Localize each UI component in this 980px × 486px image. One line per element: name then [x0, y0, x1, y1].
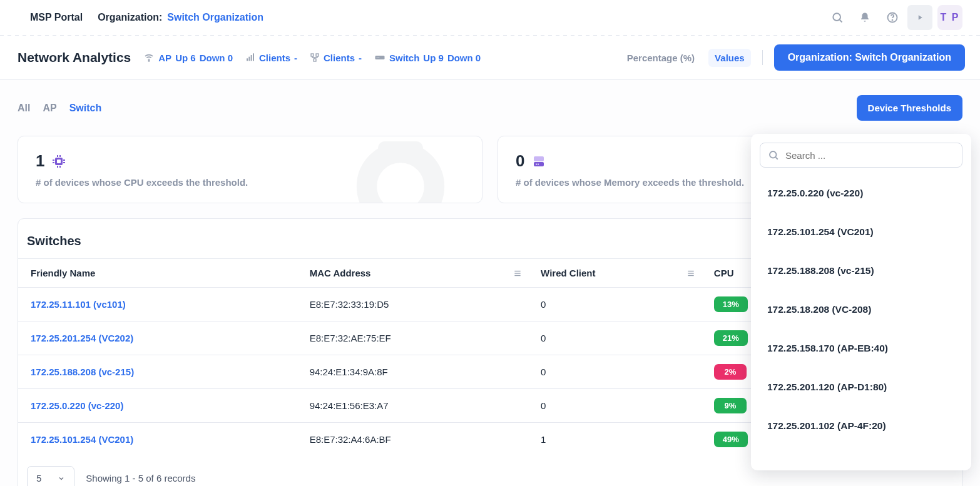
device-list[interactable]: 172.25.0.220 (vc-220)172.25.101.254 (VC2…	[751, 171, 971, 470]
tab-ap[interactable]: AP	[43, 103, 56, 114]
column-menu-icon[interactable]	[513, 269, 522, 278]
mac-cell: 94:24:E1:34:9A:8F	[297, 355, 528, 389]
vertical-separator	[762, 50, 763, 65]
device-list-item[interactable]: 172.25.0.220 (vc-220)	[751, 174, 971, 213]
cpu-badge: 21%	[714, 330, 748, 346]
friendly-name-link[interactable]: 172.25.101.254 (VC201)	[18, 423, 297, 457]
secondary-bar: Network Analytics AP Up 6 Down 0 Clients…	[0, 36, 980, 80]
cpu-chip-icon	[51, 153, 67, 170]
stat-clients1-val: -	[294, 53, 297, 63]
org-switch-button[interactable]: Organization: Switch Organization	[774, 44, 965, 71]
cpu-badge: 13%	[714, 296, 748, 312]
wifi-icon	[143, 52, 155, 63]
top-bar: MSP Portal Organization: Switch Organiza…	[0, 0, 980, 35]
wired-cell: 0	[528, 288, 702, 321]
svg-point-15	[379, 57, 380, 58]
col-cpu-label: CPU	[714, 268, 734, 278]
device-search-input[interactable]	[785, 150, 954, 161]
column-menu-icon[interactable]	[687, 269, 695, 278]
svg-point-22	[536, 163, 537, 165]
col-wired[interactable]: Wired Client	[528, 259, 702, 288]
stat-ap[interactable]: AP Up 6 Down 0	[143, 52, 233, 63]
friendly-name-link[interactable]: 172.25.188.208 (vc-215)	[18, 355, 297, 389]
device-list-panel: 172.25.0.220 (vc-220)172.25.101.254 (VC2…	[751, 134, 971, 470]
memory-count: 0	[516, 151, 524, 171]
col-mac[interactable]: MAC Address	[297, 259, 528, 288]
memory-server-icon	[531, 153, 547, 170]
stat-switch[interactable]: Switch Up 9 Down 0	[374, 53, 481, 63]
portal-title: MSP Portal	[30, 12, 83, 23]
stat-ap-label: AP	[158, 53, 171, 63]
svg-point-30	[770, 151, 777, 158]
svg-point-23	[538, 163, 539, 165]
svg-rect-6	[247, 58, 248, 61]
stat-switch-down: Down 0	[447, 53, 481, 63]
avatar[interactable]: T P	[937, 5, 962, 30]
svg-point-5	[149, 61, 150, 62]
video-icon[interactable]	[907, 5, 932, 30]
pagesize-select[interactable]: 5	[27, 466, 74, 486]
toggle-values[interactable]: Values	[708, 49, 751, 67]
search-icon	[768, 149, 779, 161]
device-list-item[interactable]: 172.25.101.254 (VC201)	[751, 213, 971, 251]
tabs-row: All AP Switch Device Thresholds	[18, 95, 962, 121]
tab-all[interactable]: All	[18, 103, 30, 114]
svg-rect-11	[316, 54, 319, 56]
pagination-summary: Showing 1 - 5 of 6 records	[86, 473, 195, 483]
stat-ap-up: Up 6	[175, 53, 196, 63]
svg-marker-4	[919, 15, 922, 20]
stat-clients1-label: Clients	[259, 53, 290, 63]
friendly-name-link[interactable]: 172.25.201.254 (VC202)	[18, 321, 297, 355]
cpu-desc: # of devices whose CPU exceeds the thres…	[36, 177, 464, 188]
cpu-count: 1	[36, 151, 44, 171]
stat-switch-up: Up 9	[423, 53, 444, 63]
svg-point-14	[377, 57, 378, 58]
svg-line-31	[775, 157, 777, 159]
device-list-item[interactable]: 172.25.158.170 (AP-EB:40)	[751, 329, 971, 368]
stat-clients-1[interactable]: Clients -	[245, 53, 297, 63]
metric-card-cpu: 1 # of devices whose CPU exceeds the thr…	[18, 136, 482, 203]
col-mac-label: MAC Address	[310, 268, 371, 278]
chevron-down-icon	[58, 475, 65, 482]
wired-cell: 0	[528, 321, 702, 355]
tabs: All AP Switch	[18, 103, 101, 114]
search-icon[interactable]	[825, 5, 850, 30]
col-wired-label: Wired Client	[541, 268, 595, 278]
device-list-item[interactable]: 172.25.18.208 (VC-208)	[751, 290, 971, 329]
mac-cell: E8:E7:32:A4:6A:BF	[297, 423, 528, 457]
svg-rect-8	[251, 55, 252, 61]
device-thresholds-button[interactable]: Device Thresholds	[857, 95, 962, 121]
cpu-badge: 49%	[714, 432, 748, 447]
wired-cell: 1	[528, 423, 702, 457]
col-friendly[interactable]: Friendly Name	[18, 259, 297, 288]
device-list-item[interactable]: 172.25.188.208 (vc-215)	[751, 251, 971, 290]
friendly-name-link[interactable]: 172.25.11.101 (vc101)	[18, 288, 297, 321]
stat-clients2-val: -	[359, 53, 362, 63]
svg-line-1	[840, 20, 842, 23]
network-icon	[310, 53, 320, 63]
device-list-item[interactable]: 172.25.201.102 (AP-4F:20)	[751, 407, 971, 445]
switch-device-icon	[374, 53, 385, 62]
stat-ap-down: Down 0	[200, 53, 233, 63]
page-title: Network Analytics	[18, 50, 131, 65]
view-toggle: Percentage (%) Values Organization: Swit…	[621, 44, 965, 71]
device-list-item[interactable]: 172.25.201.120 (AP-D1:80)	[751, 368, 971, 407]
svg-rect-10	[311, 54, 314, 56]
svg-rect-7	[248, 57, 250, 61]
device-search[interactable]	[760, 143, 962, 168]
friendly-name-link[interactable]: 172.25.0.220 (vc-220)	[18, 389, 297, 423]
org-label: Organization:	[98, 12, 162, 23]
cpu-badge: 9%	[714, 398, 747, 413]
svg-point-3	[892, 20, 893, 21]
pagesize-value: 5	[36, 473, 41, 483]
toggle-percentage[interactable]: Percentage (%)	[621, 49, 701, 67]
help-icon[interactable]	[880, 5, 905, 30]
tab-switch[interactable]: Switch	[69, 103, 102, 114]
signal-bars-icon	[245, 53, 255, 63]
org-switch-link[interactable]: Switch Organization	[167, 12, 263, 23]
mac-cell: E8:E7:32:33:19:D5	[297, 288, 528, 321]
stat-clients-2[interactable]: Clients -	[310, 53, 362, 63]
svg-rect-12	[314, 59, 316, 61]
svg-rect-9	[253, 53, 254, 61]
bell-icon[interactable]	[852, 5, 877, 30]
